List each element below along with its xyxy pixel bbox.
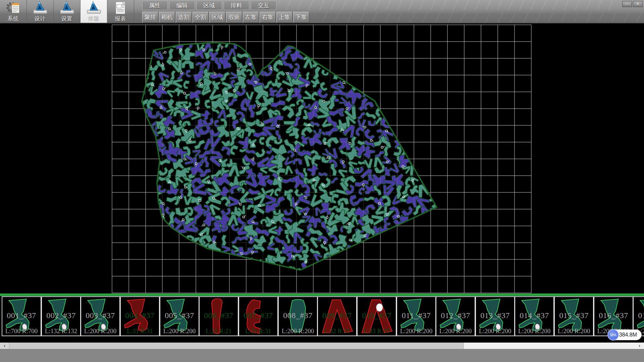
piece-name: 012_#37 bbox=[436, 311, 475, 320]
piece-lr-count: L:200 R:200 bbox=[555, 327, 593, 335]
menu-button-2[interactable]: 编辑 bbox=[169, 1, 195, 10]
piece-thumbnail-2[interactable]: 002_#37 L:132 R:132 bbox=[41, 296, 81, 336]
piece-lr-count: L:33 R:33 bbox=[358, 327, 396, 335]
horizontal-scrollbar[interactable]: ‹ › bbox=[0, 343, 644, 349]
scrollbar-thumb[interactable] bbox=[9, 343, 464, 349]
piece-name: 004_#37 bbox=[121, 311, 159, 320]
piece-name: 003_#37 bbox=[81, 311, 119, 320]
app-tab-label: 报表 bbox=[115, 15, 126, 22]
tool-button-5[interactable]: 区域 bbox=[209, 12, 225, 23]
piece-name: 011_#37 bbox=[397, 311, 435, 320]
piece-lr-count: L:32 R:31 bbox=[318, 327, 356, 335]
piece-name: 005_#37 bbox=[160, 311, 199, 320]
report-doc-icon bbox=[113, 1, 128, 15]
tool-button-6[interactable]: 瑕疵 bbox=[226, 12, 242, 23]
strip-accent-line bbox=[0, 294, 644, 296]
piece-thumbnail-8[interactable]: 008_#37 L:200 R:200 bbox=[278, 296, 318, 336]
piece-thumbnail-1[interactable]: 001_#37 L:700 R:700 bbox=[2, 296, 41, 336]
menu-button-1[interactable]: 属性 bbox=[142, 1, 168, 10]
piece-name: 009_#37 bbox=[318, 311, 356, 320]
scroll-right-button[interactable]: › bbox=[635, 343, 644, 349]
design-ruler-icon bbox=[33, 1, 48, 15]
piece-lr-count: L:200 R:200 bbox=[160, 327, 199, 335]
app-tab-label: 设计 bbox=[35, 15, 46, 22]
piece-thumbnail-15[interactable]: 015_#37 L:200 R:200 bbox=[554, 296, 594, 336]
toolbar-hatch-top bbox=[279, 1, 617, 10]
nesting-view[interactable] bbox=[0, 23, 644, 294]
toolbar-hatch-bottom bbox=[314, 12, 644, 23]
piece-name: 008_#37 bbox=[279, 311, 317, 320]
app-tab-label: 系统 bbox=[8, 15, 19, 22]
app-tab-5[interactable]: 报表 bbox=[107, 0, 134, 23]
tool-button-1[interactable]: 聚排 bbox=[142, 12, 158, 23]
window-controls: — ✕ bbox=[622, 1, 643, 7]
piece-thumbnail-11[interactable]: 011_#37 L:200 R:200 bbox=[396, 296, 436, 336]
minimize-button[interactable]: — bbox=[622, 1, 632, 7]
piece-thumbnail-6[interactable]: 006_#37 L:21 R:21 bbox=[199, 296, 238, 336]
app-tabs: 系统 设计 设置 排版 报表 bbox=[0, 0, 134, 23]
piece-thumbnail-5[interactable]: 005_#37 L:200 R:200 bbox=[160, 296, 199, 336]
tool-button-9[interactable]: 上靠 bbox=[276, 12, 292, 23]
piece-name: 014_#37 bbox=[515, 311, 553, 320]
system-gear-icon bbox=[6, 1, 21, 15]
close-button[interactable]: ✕ bbox=[633, 1, 643, 7]
piece-name: 001_#37 bbox=[2, 311, 41, 320]
piece-name: 002_#37 bbox=[42, 311, 80, 320]
piece-thumbnail-3[interactable]: 003_#37 L:200 R:200 bbox=[80, 296, 120, 336]
piece-thumbnail-12[interactable]: 012_#37 L:200 R:200 bbox=[436, 296, 475, 336]
piece-lr-count: L:700 R:700 bbox=[2, 327, 41, 335]
layout-ruler-icon bbox=[86, 1, 102, 15]
main-toolbar: 系统 设计 设置 排版 报表 属性编辑区域排料交互 聚排相机选割全割区域瑕疵左靠… bbox=[0, 0, 644, 23]
piece-lr-count: L:132 R:132 bbox=[42, 327, 80, 335]
tool-button-4[interactable]: 全割 bbox=[193, 12, 209, 23]
piece-name: 016_#37 bbox=[594, 311, 633, 320]
piece-thumbnail-14[interactable]: 014_#37 L:200 R:200 bbox=[515, 296, 554, 336]
scroll-left-button[interactable]: ‹ bbox=[0, 343, 9, 349]
settings-ruler-icon bbox=[59, 1, 75, 15]
tool-button-3[interactable]: 选割 bbox=[176, 12, 192, 23]
piece-thumbnail-10[interactable]: 010_#37 L:33 R:33 bbox=[357, 296, 396, 336]
piece-name: 015_#37 bbox=[555, 311, 593, 320]
menu-button-5[interactable]: 交互 bbox=[251, 1, 276, 10]
tool-button-7[interactable]: 左靠 bbox=[243, 12, 259, 23]
piece-lr-count: L:200 R:200 bbox=[476, 327, 514, 335]
nesting-canvas[interactable] bbox=[0, 23, 644, 294]
piece-thumbnail-9[interactable]: 009_#37 L:32 R:31 bbox=[317, 296, 357, 336]
piece-thumbnail-13[interactable]: 013_#37 L:200 R:200 bbox=[475, 296, 515, 336]
piece-lr-count: L:200 R:200 bbox=[436, 327, 475, 335]
piece-name: 006_#37 bbox=[200, 311, 238, 320]
piece-lr-count: L:21 R:21 bbox=[200, 327, 238, 335]
piece-name: 007_#37 bbox=[239, 311, 277, 320]
piece-name: 013_#37 bbox=[476, 311, 514, 320]
app-tab-3[interactable]: 设置 bbox=[54, 0, 80, 23]
app-tab-label: 排版 bbox=[88, 15, 100, 22]
tool-button-10[interactable]: 下靠 bbox=[293, 12, 309, 23]
piece-lr-count: L:31 R:31 bbox=[121, 327, 159, 335]
piece-lr-count: L:31 R:31 bbox=[239, 327, 277, 335]
piece-name: 017_#37 bbox=[634, 311, 644, 320]
menu-button-4[interactable]: 排料 bbox=[224, 1, 249, 10]
tool-button-2[interactable]: 相机 bbox=[159, 12, 175, 23]
piece-lr-count: L:200 R:200 bbox=[279, 327, 317, 335]
pieces-strip: 001_#37 L:700 R:700 002_#37 L:132 R:132 … bbox=[0, 294, 644, 343]
piece-thumbnail-4[interactable]: 004_#37 L:31 R:31 bbox=[120, 296, 160, 336]
piece-name: 010_#37 bbox=[358, 311, 396, 320]
app-tab-2[interactable]: 设计 bbox=[27, 0, 54, 23]
app-tab-4[interactable]: 排版 bbox=[80, 0, 107, 23]
menu-row: 属性编辑区域排料交互 bbox=[142, 1, 276, 10]
application-window: 系统 设计 设置 排版 报表 属性编辑区域排料交互 聚排相机选割全割区域瑕疵左靠… bbox=[0, 0, 644, 362]
tool-button-8[interactable]: 右靠 bbox=[260, 12, 276, 23]
tool-row: 聚排相机选割全割区域瑕疵左靠右靠上靠下靠 bbox=[142, 12, 309, 23]
menu-button-3[interactable]: 区域 bbox=[197, 1, 222, 10]
app-tab-label: 设置 bbox=[61, 15, 73, 22]
app-tab-1[interactable]: 系统 bbox=[0, 0, 27, 23]
piece-lr-count: L:200 R:200 bbox=[515, 327, 553, 335]
piece-lr-count: L:200 R:200 bbox=[397, 327, 435, 335]
piece-lr-count: L:200 R:200 bbox=[81, 327, 119, 335]
progress-badge: 38% bbox=[607, 329, 619, 341]
footer-bar bbox=[0, 349, 644, 362]
piece-thumbnail-7[interactable]: 007_#37 L:31 R:31 bbox=[238, 296, 278, 336]
